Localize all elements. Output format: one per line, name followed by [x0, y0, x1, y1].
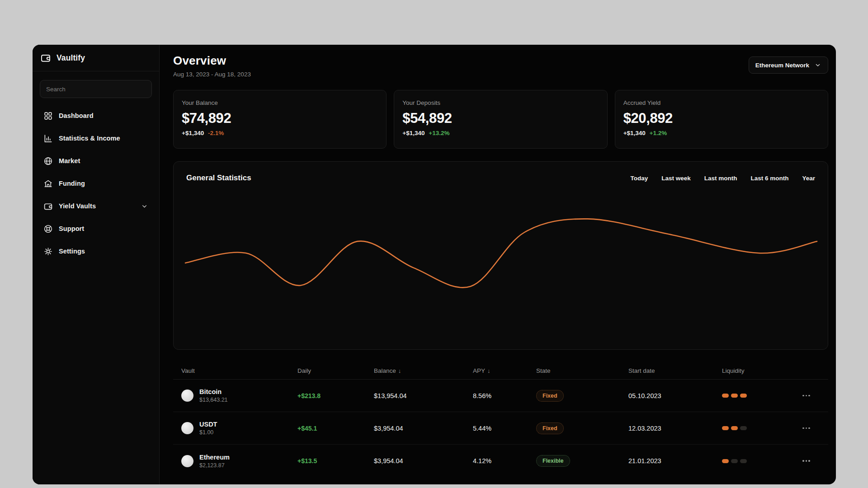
card-value: $20,892 [623, 110, 820, 127]
col-liquidity: Liquidity [722, 367, 802, 374]
state-badge: Flexible [536, 455, 570, 467]
vault-name: Ethereum [199, 454, 230, 461]
daily-change: +$45.1 [297, 425, 374, 432]
sidebar: Vaultify Dashboard Statistics & Income M… [33, 45, 160, 484]
sidebar-item-dashboard[interactable]: Dashboard [40, 107, 152, 125]
card-delta-pct: +13.2% [429, 130, 449, 136]
card-label: Your Balance [182, 99, 378, 106]
network-selector-label: Ethereum Network [755, 62, 809, 69]
vault-name: USDT [199, 421, 217, 428]
date-range: Aug 13, 2023 - Aug 18, 2023 [173, 71, 251, 78]
panel-title: General Statistics [186, 174, 251, 183]
general-statistics-panel: General Statistics Today Last week Last … [173, 161, 828, 350]
row-actions-ellipsis-icon[interactable] [802, 427, 814, 429]
row-actions-ellipsis-icon[interactable] [802, 460, 814, 462]
card-label: Accrued Yield [623, 99, 820, 106]
apy-value: 5.44% [473, 425, 536, 432]
card-your-deposits: Your Deposits $54,892 +$1,340 +13.2% [394, 90, 607, 149]
col-balance-sort[interactable]: Balance↓ [374, 367, 473, 374]
chevron-down-icon[interactable] [141, 202, 148, 210]
balance-value: $3,954.04 [374, 425, 473, 432]
balance-value: $3,954.04 [374, 457, 473, 465]
col-apy-sort[interactable]: APY↓ [473, 367, 536, 374]
bar-chart-icon [43, 134, 53, 143]
table-row-ethereum[interactable]: Ethereum $2,123.87 +$13.5 $3,954.04 4.12… [173, 445, 828, 477]
brand: Vaultify [33, 45, 159, 71]
col-start-date: Start date [628, 367, 722, 374]
liquidity-indicator [722, 394, 802, 398]
sidebar-item-market[interactable]: Market [40, 152, 152, 170]
sidebar-item-label: Statistics & Income [59, 135, 120, 142]
search-input[interactable] [40, 80, 152, 98]
apy-value: 4.12% [473, 457, 536, 465]
sidebar-item-yield-vaults[interactable]: Yield Vaults [40, 197, 152, 215]
vault-price: $13,643.21 [199, 397, 228, 403]
vault-name: Bitcoin [199, 388, 228, 395]
wallet-icon [43, 202, 53, 211]
filter-last-6-month[interactable]: Last 6 month [750, 175, 788, 182]
bank-icon [43, 179, 53, 188]
vault-avatar [181, 389, 193, 402]
card-delta: +$1,340 [402, 130, 425, 136]
chevron-down-icon [814, 61, 821, 69]
col-state: State [536, 367, 628, 374]
card-delta-pct: +1.2% [650, 130, 667, 136]
sidebar-item-label: Yield Vaults [59, 202, 96, 210]
card-delta-pct: -2.1% [208, 130, 224, 136]
sidebar-item-statistics-income[interactable]: Statistics & Income [40, 129, 152, 147]
filter-last-month[interactable]: Last month [704, 175, 737, 182]
gear-icon [43, 247, 53, 256]
vault-price: $2,123.87 [199, 462, 230, 469]
sidebar-item-funding[interactable]: Funding [40, 174, 152, 192]
row-actions-ellipsis-icon[interactable] [802, 395, 814, 397]
vault-price: $1.00 [199, 429, 217, 436]
vault-avatar [181, 422, 193, 434]
sidebar-item-label: Settings [59, 248, 85, 255]
sidebar-item-support[interactable]: Support [40, 220, 152, 238]
network-selector[interactable]: Ethereum Network [749, 56, 828, 74]
balance-value: $13,954.04 [374, 392, 473, 399]
globe-icon [43, 156, 53, 166]
liquidity-indicator [722, 459, 802, 463]
filter-year[interactable]: Year [802, 175, 815, 182]
line-chart [174, 162, 828, 349]
card-accrued-yield: Accrued Yield $20,892 +$1,340 +1.2% [615, 90, 828, 149]
page-title: Overview [173, 54, 251, 68]
daily-change: +$213.8 [297, 392, 374, 399]
sort-down-icon: ↓ [398, 367, 401, 374]
table-row-bitcoin[interactable]: Bitcoin $13,643.21 +$213.8 $13,954.04 8.… [173, 380, 828, 412]
card-delta: +$1,340 [623, 130, 646, 136]
main-content: Overview Aug 13, 2023 - Aug 18, 2023 Eth… [160, 45, 836, 484]
time-filters: Today Last week Last month Last 6 month … [630, 175, 815, 182]
sidebar-item-settings[interactable]: Settings [40, 242, 152, 260]
sidebar-item-label: Dashboard [59, 112, 94, 119]
filter-today[interactable]: Today [630, 175, 648, 182]
start-date: 12.03.2023 [628, 425, 722, 432]
vaults-table: Vault Daily Balance↓ APY↓ State Start da… [173, 362, 828, 477]
sidebar-item-label: Funding [59, 180, 85, 187]
filter-last-week[interactable]: Last week [661, 175, 691, 182]
card-label: Your Deposits [402, 99, 599, 106]
table-row-usdt[interactable]: USDT $1.00 +$45.1 $3,954.04 5.44% Fixed … [173, 412, 828, 445]
sort-down-icon: ↓ [487, 367, 491, 374]
state-badge: Fixed [536, 422, 564, 434]
card-value: $74,892 [182, 110, 378, 127]
life-buoy-icon [43, 224, 53, 234]
col-vault: Vault [181, 367, 297, 374]
sidebar-item-label: Support [59, 225, 84, 232]
sidebar-nav: Dashboard Statistics & Income Market Fun… [33, 107, 159, 260]
sidebar-item-label: Market [59, 157, 80, 164]
card-delta: +$1,340 [182, 130, 204, 136]
apy-value: 8.56% [473, 392, 536, 399]
liquidity-indicator [722, 426, 802, 430]
dashboard-grid-icon [43, 111, 53, 121]
start-date: 21.01.2023 [628, 457, 722, 465]
vault-avatar [181, 455, 193, 467]
card-your-balance: Your Balance $74,892 +$1,340 -2.1% [173, 90, 387, 149]
card-value: $54,892 [402, 110, 599, 127]
start-date: 05.10.2023 [628, 392, 722, 399]
wallet-logo-icon [40, 52, 51, 63]
table-header-row: Vault Daily Balance↓ APY↓ State Start da… [173, 362, 828, 380]
stat-cards: Your Balance $74,892 +$1,340 -2.1% Your … [173, 90, 828, 149]
state-badge: Fixed [536, 390, 564, 402]
